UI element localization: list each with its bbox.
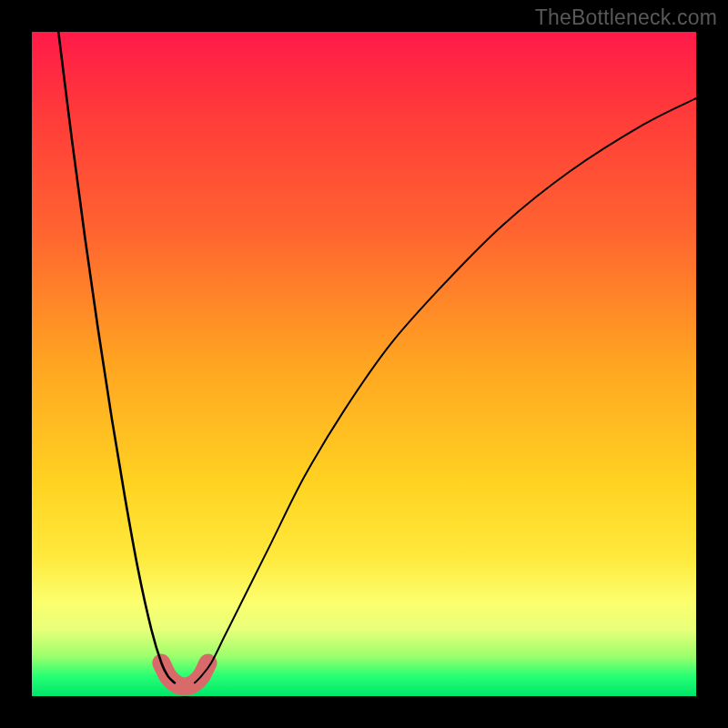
plot-area	[32, 32, 696, 696]
left-branch	[58, 32, 175, 682]
right-branch	[195, 98, 696, 682]
chart-frame: TheBottleneck.com	[0, 0, 728, 728]
curve-svg	[32, 32, 696, 696]
watermark-text: TheBottleneck.com	[535, 5, 717, 30]
